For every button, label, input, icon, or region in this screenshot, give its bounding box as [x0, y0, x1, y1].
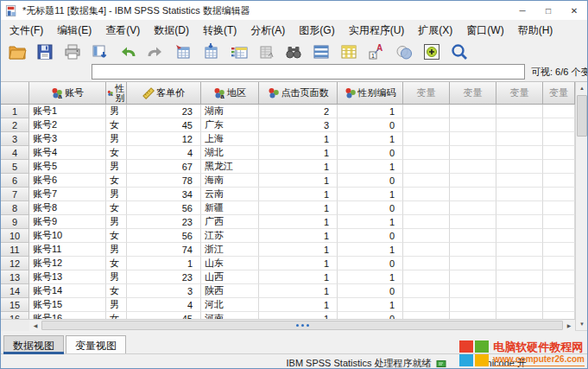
- toolbar-variables-button[interactable]: [227, 41, 250, 62]
- menu-item[interactable]: 转换(T): [196, 21, 243, 41]
- cell[interactable]: [543, 257, 575, 270]
- cell[interactable]: 账号3: [29, 132, 106, 146]
- cell[interactable]: 河北: [201, 298, 259, 312]
- cell[interactable]: 账号6: [29, 174, 106, 188]
- cell[interactable]: 女: [106, 257, 127, 270]
- column-header-8[interactable]: 变量: [450, 82, 496, 105]
- cell[interactable]: 账号1: [29, 105, 106, 118]
- cell[interactable]: 1: [259, 243, 338, 257]
- toolbar-run-descriptives-button[interactable]: [255, 41, 277, 62]
- cell[interactable]: 云南: [201, 188, 259, 201]
- cell[interactable]: [496, 132, 543, 146]
- cell[interactable]: 账号14: [29, 284, 106, 298]
- cell[interactable]: 1: [259, 257, 338, 270]
- cell[interactable]: 账号15: [29, 298, 106, 312]
- cell[interactable]: 1: [338, 270, 403, 284]
- cell[interactable]: 1: [338, 160, 403, 174]
- cell[interactable]: [450, 215, 496, 229]
- cell[interactable]: [543, 105, 575, 118]
- menu-item[interactable]: 扩展(X): [411, 21, 459, 41]
- cell[interactable]: 1: [338, 243, 403, 257]
- menu-item[interactable]: 编辑(E): [50, 21, 98, 41]
- column-header-2[interactable]: a性别: [106, 82, 127, 105]
- cell[interactable]: 账号2: [29, 118, 106, 132]
- cell[interactable]: [543, 188, 575, 201]
- cell[interactable]: [450, 132, 496, 146]
- cell[interactable]: 0: [338, 312, 403, 319]
- menu-item[interactable]: 分析(A): [243, 21, 292, 41]
- cell[interactable]: [543, 243, 575, 257]
- column-header-10[interactable]: 变量: [543, 82, 575, 105]
- cell[interactable]: 0: [338, 284, 403, 298]
- cell[interactable]: [543, 201, 575, 215]
- cell[interactable]: 男: [106, 243, 127, 257]
- minimize-button[interactable]: ─: [509, 1, 535, 20]
- cell[interactable]: [403, 201, 450, 215]
- cell[interactable]: 账号12: [29, 257, 106, 270]
- cell[interactable]: 1: [259, 312, 338, 319]
- menu-item[interactable]: 图形(G): [292, 21, 341, 41]
- cell[interactable]: 56: [127, 229, 201, 243]
- cell[interactable]: 74: [127, 243, 201, 257]
- cell[interactable]: [450, 243, 496, 257]
- cell[interactable]: 1: [338, 188, 403, 201]
- toolbar-insert-cases-button[interactable]: [310, 41, 332, 62]
- cell[interactable]: 1: [259, 132, 338, 146]
- cell[interactable]: 23: [127, 270, 201, 284]
- cell[interactable]: [496, 257, 543, 270]
- cell[interactable]: 男: [106, 132, 127, 146]
- row-number-cell[interactable]: 15: [1, 298, 29, 312]
- cell[interactable]: 23: [127, 105, 201, 118]
- cell[interactable]: 账号10: [29, 229, 106, 243]
- column-header-9[interactable]: 变量: [496, 82, 543, 105]
- cell[interactable]: [543, 270, 575, 284]
- cell[interactable]: 账号9: [29, 215, 106, 229]
- cell[interactable]: 江苏: [201, 229, 259, 243]
- scroll-up-button[interactable]: ▲: [576, 82, 588, 94]
- toolbar-use-variable-sets-button[interactable]: [393, 41, 415, 62]
- cell[interactable]: 0: [338, 201, 403, 215]
- cell[interactable]: [450, 270, 496, 284]
- cell[interactable]: 1: [259, 270, 338, 284]
- cell[interactable]: 3: [127, 284, 201, 298]
- cell[interactable]: 1: [338, 105, 403, 118]
- column-header-4[interactable]: a地区: [201, 82, 259, 105]
- toolbar-save-button[interactable]: [34, 41, 56, 62]
- toolbar-goto-case-button[interactable]: [172, 41, 194, 62]
- row-number-cell[interactable]: 16: [1, 312, 29, 319]
- cell[interactable]: [496, 201, 543, 215]
- cell[interactable]: [403, 174, 450, 188]
- cell[interactable]: 女: [106, 174, 127, 188]
- cell[interactable]: 女: [106, 312, 127, 319]
- cell[interactable]: 男: [106, 270, 127, 284]
- scroll-left-button[interactable]: ◀: [29, 320, 41, 331]
- menu-item[interactable]: 文件(F): [3, 21, 50, 41]
- cell[interactable]: 湖北: [201, 146, 259, 160]
- toolbar-insert-variable-button[interactable]: [338, 41, 360, 62]
- cell[interactable]: 黑龙江: [201, 160, 259, 174]
- cell[interactable]: 男: [106, 105, 127, 118]
- cell[interactable]: 1: [259, 146, 338, 160]
- cell[interactable]: 4: [127, 298, 201, 312]
- cell[interactable]: [496, 160, 543, 174]
- column-header-3[interactable]: 客单价: [127, 82, 201, 105]
- cell[interactable]: 男: [106, 215, 127, 229]
- cell[interactable]: [543, 215, 575, 229]
- cell[interactable]: [543, 118, 575, 132]
- cell[interactable]: [403, 312, 450, 319]
- cell[interactable]: 新疆: [201, 201, 259, 215]
- cell[interactable]: 广东: [201, 118, 259, 132]
- toolbar-recall-dialogs-button[interactable]: [89, 41, 111, 62]
- toolbar-value-labels-button[interactable]: 1A: [365, 41, 388, 62]
- cell[interactable]: 0: [338, 146, 403, 160]
- cell[interactable]: [450, 188, 496, 201]
- cell[interactable]: [496, 312, 543, 319]
- row-number-cell[interactable]: 7: [1, 188, 29, 201]
- cell[interactable]: 1: [259, 174, 338, 188]
- cell[interactable]: 账号8: [29, 201, 106, 215]
- cell[interactable]: [496, 298, 543, 312]
- menu-item[interactable]: 数据(D): [147, 21, 196, 41]
- cell[interactable]: 67: [127, 160, 201, 174]
- cell[interactable]: 3: [259, 118, 338, 132]
- cell[interactable]: [403, 215, 450, 229]
